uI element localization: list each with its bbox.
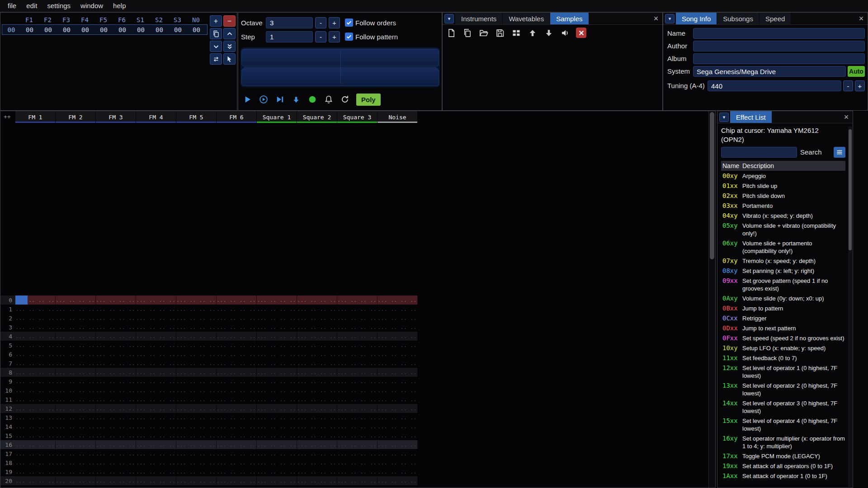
menu-item-window[interactable]: window bbox=[75, 0, 108, 12]
add-order-button[interactable]: + bbox=[210, 15, 222, 27]
pattern-cell[interactable]: ... .. .. .... bbox=[297, 341, 337, 350]
assets-dropdown-button[interactable]: ▾ bbox=[444, 14, 454, 23]
pattern-cell[interactable]: ... .. .. .... bbox=[176, 332, 217, 341]
pattern-cell[interactable]: ... .. .. .... bbox=[257, 368, 297, 377]
pattern-cell[interactable]: ... .. .. .... bbox=[217, 341, 257, 350]
order-change-mode-button[interactable] bbox=[210, 53, 222, 65]
new-sample-button[interactable] bbox=[446, 28, 456, 38]
song-info-close-button[interactable]: × bbox=[855, 13, 868, 24]
pattern-cell[interactable]: ... .. .. .... bbox=[377, 332, 418, 341]
pattern-cell[interactable]: ... .. .. .... bbox=[337, 377, 377, 386]
pattern-cell[interactable]: ... .. .. .... bbox=[176, 431, 217, 440]
pattern-cell[interactable]: ... .. .. .... bbox=[15, 395, 56, 404]
pattern-cell[interactable]: ... .. .. .... bbox=[56, 332, 96, 341]
pattern-cell[interactable]: ... .. .. .... bbox=[297, 377, 337, 386]
step-one-row-button[interactable] bbox=[289, 93, 303, 106]
pattern-cell[interactable]: ... .. .. .... bbox=[136, 332, 176, 341]
pattern-cell[interactable]: ... .. .. .... bbox=[377, 467, 418, 476]
pattern-cell[interactable]: ... .. .. .... bbox=[217, 305, 257, 314]
pattern-cell[interactable]: ... .. .. .... bbox=[297, 404, 337, 413]
order-cell-f1[interactable]: 00 bbox=[20, 26, 39, 33]
pattern-cell[interactable]: ... .. .. .... bbox=[377, 458, 418, 467]
pattern-cell[interactable]: ... .. .. .... bbox=[257, 359, 297, 368]
pattern-cell[interactable]: ... .. .. .... bbox=[15, 467, 56, 476]
pattern-scrollbar-thumb[interactable] bbox=[710, 112, 714, 259]
pattern-options-button[interactable]: ++ bbox=[4, 113, 11, 120]
pattern-cell[interactable]: ... .. .. .... bbox=[136, 431, 176, 440]
pattern-cell[interactable]: ... .. .. .... bbox=[337, 422, 377, 431]
pattern-cell[interactable]: ... .. .. .... bbox=[176, 359, 217, 368]
pattern-cell[interactable]: ... .. .. .... bbox=[176, 440, 217, 449]
step-input[interactable] bbox=[266, 31, 313, 42]
tab-speed[interactable]: Speed bbox=[760, 13, 791, 24]
pattern-cell[interactable]: ... .. .. .... bbox=[15, 422, 56, 431]
pattern-cell[interactable]: ... .. .. .... bbox=[257, 467, 297, 476]
pattern-cell[interactable]: ... .. .. .... bbox=[96, 377, 136, 386]
pattern-cell[interactable]: ... .. .. .... bbox=[136, 440, 176, 449]
pattern-cell[interactable]: ... .. .. .... bbox=[377, 314, 418, 323]
pattern-cell[interactable]: ... .. .. .... bbox=[217, 323, 257, 332]
pattern-cell[interactable]: ... .. .. .... bbox=[56, 449, 96, 458]
pattern-cell[interactable]: ... .. .. .... bbox=[257, 413, 297, 422]
pattern-cell[interactable]: ... .. .. .... bbox=[217, 386, 257, 395]
pattern-cell[interactable]: ... .. .. .... bbox=[136, 350, 176, 359]
pattern-cell[interactable]: ... .. .. .... bbox=[136, 467, 176, 476]
pattern-cell[interactable]: ... .. .. .... bbox=[136, 323, 176, 332]
order-cell-f3[interactable]: 00 bbox=[57, 26, 76, 33]
tuning-field[interactable] bbox=[708, 80, 841, 91]
pattern-cell[interactable]: ... .. .. .... bbox=[217, 449, 257, 458]
move-order-down-button[interactable] bbox=[210, 41, 222, 52]
author-field[interactable] bbox=[693, 41, 865, 52]
pattern-cell[interactable]: ... .. .. .... bbox=[217, 404, 257, 413]
pattern-cell[interactable]: ... .. .. .... bbox=[217, 476, 257, 485]
pattern-cell[interactable]: ... .. .. .... bbox=[136, 359, 176, 368]
pattern-cell[interactable]: ... .. .. .... bbox=[176, 467, 217, 476]
tab-subsongs[interactable]: Subsongs bbox=[717, 13, 760, 24]
pattern-cell[interactable]: ... .. .. .... bbox=[176, 368, 217, 377]
order-cell-n0[interactable]: 00 bbox=[187, 26, 206, 33]
pattern-cell[interactable]: ... .. .. .... bbox=[337, 395, 377, 404]
pattern-cell[interactable]: ... .. .. .... bbox=[217, 377, 257, 386]
pattern-cell[interactable]: ... .. .. .... bbox=[257, 305, 297, 314]
pattern-cell[interactable]: ... .. .. .... bbox=[257, 332, 297, 341]
pattern-cell[interactable]: ... .. .. .... bbox=[257, 314, 297, 323]
pattern-cell[interactable]: ... .. .. .... bbox=[56, 422, 96, 431]
effect-list-scrollbar-thumb[interactable] bbox=[849, 129, 852, 250]
pattern-cell[interactable]: ... .. .. .... bbox=[297, 314, 337, 323]
pattern-cell[interactable]: ... .. .. .... bbox=[176, 350, 217, 359]
pattern-cell[interactable]: ... .. .. .... bbox=[56, 296, 96, 305]
tab-instruments[interactable]: Instruments bbox=[455, 13, 503, 24]
pattern-cell[interactable]: ... .. .. .... bbox=[56, 467, 96, 476]
pattern-cell[interactable]: ... .. .. .... bbox=[15, 377, 56, 386]
octave-increase-button[interactable]: + bbox=[329, 17, 340, 28]
pattern-cell[interactable]: ... .. .. .... bbox=[297, 323, 337, 332]
order-row-index[interactable]: 00 bbox=[2, 26, 20, 33]
pattern-cell[interactable]: ... .. .. .... bbox=[56, 395, 96, 404]
pattern-cell[interactable]: ... .. .. .... bbox=[257, 458, 297, 467]
pattern-cell[interactable]: ... .. .. .... bbox=[297, 395, 337, 404]
pattern-cell[interactable]: ... .. .. .... bbox=[96, 332, 136, 341]
pattern-cell[interactable]: ... .. .. .... bbox=[337, 467, 377, 476]
order-cell-s3[interactable]: 00 bbox=[169, 26, 187, 33]
pattern-cell[interactable]: ... .. .. .... bbox=[136, 476, 176, 485]
pattern-cell[interactable]: ... .. .. .... bbox=[96, 323, 136, 332]
pattern-cell[interactable]: ... .. .. .... bbox=[56, 323, 96, 332]
order-cell-s1[interactable]: 00 bbox=[132, 26, 150, 33]
pattern-cell[interactable]: ... .. .. .... bbox=[337, 359, 377, 368]
pattern-cell[interactable]: ... .. .. .... bbox=[337, 323, 377, 332]
pattern-cell[interactable]: ... .. .. .... bbox=[377, 413, 418, 422]
open-sample-button[interactable] bbox=[478, 28, 489, 38]
pattern-cell[interactable]: ... .. .. .... bbox=[217, 368, 257, 377]
save-sample-button[interactable] bbox=[495, 28, 505, 38]
pattern-cell[interactable]: ... .. .. .... bbox=[96, 404, 136, 413]
pattern-cell[interactable]: ... .. .. .... bbox=[96, 449, 136, 458]
pattern-cell[interactable]: ... .. .. .... bbox=[96, 341, 136, 350]
pattern-cell[interactable]: ... .. .. .... bbox=[377, 449, 418, 458]
effect-search-input[interactable] bbox=[721, 147, 797, 158]
orders-selected-row[interactable]: 0000000000000000000000 bbox=[2, 24, 208, 35]
pattern-cell[interactable]: ... .. .. .... bbox=[15, 431, 56, 440]
toggle-folders-button[interactable] bbox=[511, 28, 521, 38]
move-sample-down-button[interactable] bbox=[543, 28, 554, 38]
pattern-cell[interactable]: ... .. .. .... bbox=[96, 368, 136, 377]
pattern-cell[interactable]: ... .. .. .... bbox=[297, 368, 337, 377]
